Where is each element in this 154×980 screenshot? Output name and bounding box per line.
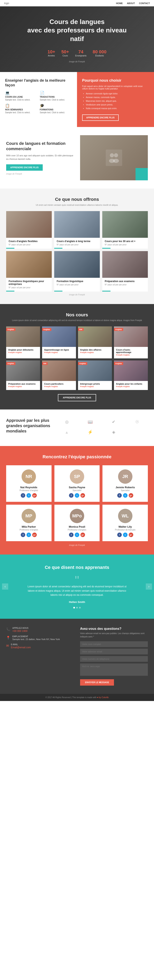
formations-icon: 🎓 [40, 103, 72, 108]
commercial-image [80, 135, 148, 180]
dot-3[interactable] [79, 607, 81, 608]
fb-icon[interactable]: f [21, 493, 25, 498]
cours-grid: Anglais Anglais pour débutants Freepik A… [6, 326, 148, 390]
fb-icon[interactable]: f [69, 533, 74, 537]
gp-icon[interactable]: g+ [80, 493, 85, 498]
fb-icon[interactable]: f [117, 533, 122, 537]
socials-walter: f t g+ [105, 533, 145, 537]
tw-icon[interactable]: t [123, 493, 128, 498]
form-submit-btn[interactable]: ENVOYER LE MESSAGE [80, 679, 114, 686]
socials-nat: f t g+ [9, 493, 49, 498]
intro-left-title: Enseigner l'anglais de la meilleure faço… [5, 78, 72, 88]
tw-icon[interactable]: t [123, 533, 128, 537]
offrons-title: Ce que nous offrons [6, 197, 148, 202]
teal-bar [54, 248, 63, 249]
service-formations: 🎓 FORMATIONS Sample text. Click to selec… [40, 103, 72, 114]
nav-about[interactable]: ABOUT [127, 2, 135, 5]
team-card-nat: NR Nat Reynolds Professeur d'anglais f t… [6, 465, 51, 502]
teal-accent-block [136, 168, 148, 180]
hero-image-credit: image de Freepik [69, 60, 85, 63]
tw-icon[interactable]: t [75, 533, 79, 537]
card-img-flexible [6, 211, 52, 238]
phone-icon: 📞 [6, 627, 10, 631]
fb-icon[interactable]: f [21, 533, 25, 537]
offrons-grid: Cours d'anglais flexibles N° pays ud par… [6, 211, 148, 291]
cours-tag-enligne: Anglais [42, 328, 51, 331]
gp-icon[interactable]: g+ [80, 533, 85, 537]
cours-subtitle: Lorem ipsum dolor sit amet consectetur a… [6, 319, 148, 321]
location-label: EMPLACEMENT [12, 635, 60, 638]
fb-icon[interactable]: f [69, 493, 74, 498]
cours-tag-affaires: 50€ [78, 328, 83, 331]
gp-icon[interactable]: g+ [129, 533, 133, 537]
name-jennie: Jennie Roberts [105, 486, 145, 489]
contact-email-item: ✉ E-MAIL Email@email.com [6, 643, 74, 649]
intro-left: Enseigner l'anglais de la meilleure faço… [0, 72, 77, 127]
testimonials-section: Ce que disent nos apprenants " Lorem ips… [0, 555, 154, 619]
dot-2[interactable] [76, 607, 78, 608]
role-mila: Professeur d'anglais [9, 529, 49, 531]
location-value: Sample text. 23 dalton, New York NY, New… [12, 638, 60, 641]
form-phone-group [80, 656, 148, 662]
hero-stats: 10+ Années 50+ Cours 74 Enseignants 80 0… [48, 49, 107, 57]
form-phone-input[interactable] [80, 656, 148, 662]
team-photo-icon [106, 150, 122, 166]
tw-icon[interactable]: t [26, 493, 31, 498]
approuve-text: Approuvé par les plus grandes organisati… [6, 418, 52, 438]
tw-icon[interactable]: t [75, 493, 79, 498]
contact-location-item: 📍 EMPLACEMENT Sample text. 23 dalton, Ne… [6, 635, 74, 641]
card-examens: Préparation aux examens N° pays ud par p… [102, 251, 148, 291]
name-walter: Walter Lily [105, 525, 145, 528]
gp-icon[interactable]: g+ [129, 493, 133, 498]
card-flexible: Cours d'anglais flexibles N° pays ud par… [6, 211, 52, 249]
avatar-nat: NR [22, 469, 36, 484]
cours-card-enfants: Anglais Anglais pour les enfants Freepik… [114, 360, 148, 390]
cours-card-particuliers: 50€ Cours particuliers Freepik Anglais [42, 360, 76, 390]
service-online: 💻 COURS EN LIGNE Sample text. Click to s… [5, 91, 37, 101]
card-long-terme: Cours d'anglais à long terme N° pays ud … [54, 211, 100, 249]
contact-inner: 📞 APPELEZ-NOUS +00 000 1900 📍 EMPLACEMEN… [6, 627, 148, 686]
cours-more-btn[interactable]: APPRENDRE ENCORE PLUS [58, 394, 96, 401]
intro-right-title: Pourquoi nous choisir [82, 78, 149, 83]
nav-home[interactable]: HOME [116, 2, 123, 5]
commercial-title: Cours de langues et formation commercial… [6, 141, 74, 151]
learn-more-btn[interactable]: APPRENDRE ENCORE PLUS [82, 115, 119, 121]
form-email-input[interactable] [80, 649, 148, 654]
offrons-section: Ce que nous offrons Ut enim ad minim ven… [0, 189, 154, 304]
intro-section: Enseigner l'anglais de la meilleure faço… [0, 72, 154, 127]
gp-icon[interactable]: g+ [32, 493, 37, 498]
testimonial: Lorem ipsum dolor sit amet consectetur a… [26, 584, 128, 603]
carousel-dots [6, 607, 148, 608]
team-card-mila: MP Mila Parker Professeur d'anglais f t … [6, 505, 51, 541]
gp-icon[interactable]: g+ [32, 533, 37, 537]
prev-arrow[interactable]: ‹ [2, 584, 8, 590]
fb-icon[interactable]: f [117, 493, 122, 498]
footer-heart: ♥ [97, 696, 98, 698]
nav-contact[interactable]: CONTACT [139, 2, 150, 5]
svg-point-4 [113, 159, 119, 163]
role-sasha: Specialist [57, 489, 97, 492]
stat-students: 80 000 Étudiants [93, 49, 106, 57]
stat-courses: 50+ Cours [61, 49, 69, 57]
dot-1[interactable] [73, 607, 75, 608]
translations-icon: 📄 [40, 91, 72, 95]
partner-logo-2: 📖 [79, 418, 101, 426]
intro-right: Pourquoi nous choisir Futz aquet arcu do… [77, 72, 154, 127]
tw-icon[interactable]: t [26, 533, 31, 537]
name-sasha: Sasha Payne [57, 486, 97, 489]
cours-card-debutants: Anglais Anglais pour débutants Freepik A… [6, 326, 40, 358]
logo-grid: ◎ 📖 ✔ ☉ ⟁ ⚡ ◈ [56, 418, 148, 436]
form-name-input[interactable] [80, 641, 148, 647]
card-formation-ling: Formation linguistique N° pays ud par pa… [54, 251, 100, 291]
offrons-subtitle: Ut enim ad minim veniam quis nostrud exe… [6, 204, 148, 206]
team-card-walter: WL Walter Lily Professeur de français f … [103, 505, 148, 541]
footer-by[interactable]: by Colorlib [99, 696, 109, 698]
svg-point-2 [114, 153, 118, 158]
cours-more-btn-container: APPRENDRE ENCORE PLUS [6, 394, 148, 401]
form-message-textarea[interactable] [80, 663, 148, 676]
socials-sasha: f t g+ [57, 493, 97, 498]
teal-bar [6, 291, 14, 291]
cours-tag-enfants: Anglais [114, 362, 123, 365]
next-arrow[interactable]: › [146, 584, 152, 590]
commercial-btn[interactable]: APPRENDRE ENCORE PLUS [6, 164, 43, 171]
